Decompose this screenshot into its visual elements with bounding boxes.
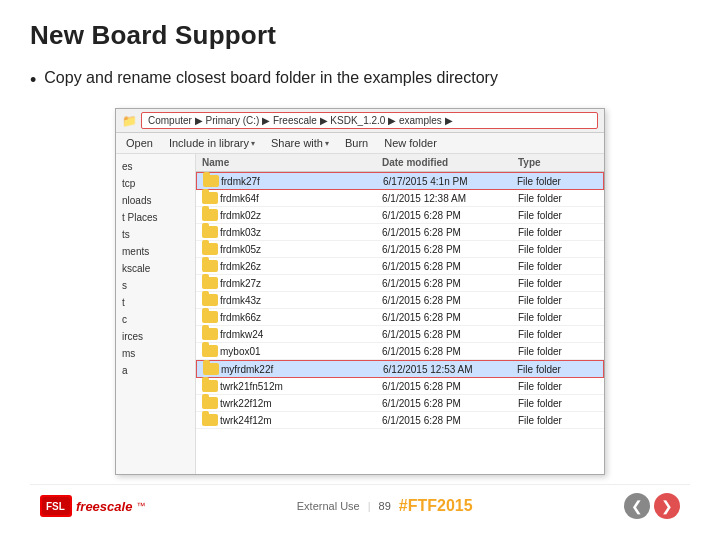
file-date: 6/1/2015 6:28 PM <box>382 415 518 426</box>
col-date: Date modified <box>382 157 518 168</box>
table-row[interactable]: twrk21fn512m 6/1/2015 6:28 PM File folde… <box>196 378 604 395</box>
sidebar-item[interactable]: ms <box>116 345 195 362</box>
external-use-label: External Use <box>297 500 360 512</box>
file-name-cell: frdmk26z <box>202 260 382 272</box>
file-name: frdmk03z <box>220 227 261 238</box>
folder-icon <box>202 226 218 238</box>
file-date: 6/1/2015 6:28 PM <box>382 312 518 323</box>
file-date: 6/1/2015 6:28 PM <box>382 278 518 289</box>
file-date: 6/1/2015 6:28 PM <box>382 398 518 409</box>
file-type: File folder <box>518 415 598 426</box>
file-name-cell: frdmk64f <box>202 192 382 204</box>
column-header: Name Date modified Type <box>196 154 604 172</box>
folder-icon <box>202 277 218 289</box>
fe-content: Name Date modified Type frdmk27f 6/17/20… <box>196 154 604 474</box>
file-type: File folder <box>518 261 598 272</box>
bullet-point: • Copy and rename closest board folder i… <box>30 69 690 92</box>
open-button[interactable]: Open <box>122 136 157 150</box>
table-row[interactable]: twrk22f12m 6/1/2015 6:28 PM File folder <box>196 395 604 412</box>
toolbar: Open Include in library ▾ Share with ▾ B… <box>116 133 604 154</box>
address-bar: 📁 Computer ▶ Primary (C:) ▶ Freescale ▶ … <box>116 109 604 133</box>
sidebar-item[interactable]: ments <box>116 243 195 260</box>
table-row[interactable]: frdmk03z 6/1/2015 6:28 PM File folder <box>196 224 604 241</box>
folder-icon <box>202 380 218 392</box>
file-date: 6/1/2015 6:28 PM <box>382 346 518 357</box>
file-name-cell: frdmk02z <box>202 209 382 221</box>
file-type: File folder <box>518 398 598 409</box>
table-row[interactable]: frdmk64f 6/1/2015 12:38 AM File folder <box>196 190 604 207</box>
sidebar-item[interactable]: tcp <box>116 175 195 192</box>
include-library-button[interactable]: Include in library ▾ <box>165 136 259 150</box>
next-button[interactable]: ❯ <box>654 493 680 519</box>
file-date: 6/17/2015 4:1n PM <box>383 176 517 187</box>
address-text: Computer ▶ Primary (C:) ▶ Freescale ▶ KS… <box>148 115 453 126</box>
file-name: frdmk43z <box>220 295 261 306</box>
file-name-cell: myfrdmk22f <box>203 363 383 375</box>
fe-sidebar: es tcp nloads t Places ts ments kscale s… <box>116 154 196 474</box>
file-date: 6/1/2015 6:28 PM <box>382 329 518 340</box>
sidebar-item[interactable]: a <box>116 362 195 379</box>
page-number: 89 <box>379 500 391 512</box>
table-row[interactable]: frdmk66z 6/1/2015 6:28 PM File folder <box>196 309 604 326</box>
folder-icon <box>202 397 218 409</box>
folder-icon <box>202 328 218 340</box>
table-row[interactable]: frdmk02z 6/1/2015 6:28 PM File folder <box>196 207 604 224</box>
file-name: frdmk05z <box>220 244 261 255</box>
file-type: File folder <box>518 295 598 306</box>
file-date: 6/1/2015 6:28 PM <box>382 244 518 255</box>
nav-arrows: ❮ ❯ <box>624 493 680 519</box>
slide-title: New Board Support <box>30 20 690 51</box>
folder-icon <box>202 311 218 323</box>
sidebar-item[interactable]: t Places <box>116 209 195 226</box>
file-type: File folder <box>518 227 598 238</box>
table-row[interactable]: frdmk43z 6/1/2015 6:28 PM File folder <box>196 292 604 309</box>
file-type: File folder <box>518 193 598 204</box>
file-name: twrk22f12m <box>220 398 272 409</box>
sidebar-item[interactable]: t <box>116 294 195 311</box>
sidebar-item[interactable]: nloads <box>116 192 195 209</box>
table-row[interactable]: frdmk27f 6/17/2015 4:1n PM File folder <box>196 172 604 190</box>
table-row[interactable]: frdmk05z 6/1/2015 6:28 PM File folder <box>196 241 604 258</box>
table-row[interactable]: frdmkw24 6/1/2015 6:28 PM File folder <box>196 326 604 343</box>
file-type: File folder <box>517 364 597 375</box>
file-name: frdmk64f <box>220 193 259 204</box>
sidebar-item[interactable]: es <box>116 158 195 175</box>
sidebar-item[interactable]: irces <box>116 328 195 345</box>
freescale-logo: FSL freescale ™ <box>40 495 145 517</box>
table-row[interactable]: mybox01 6/1/2015 6:28 PM File folder <box>196 343 604 360</box>
file-date: 6/1/2015 6:28 PM <box>382 210 518 221</box>
sidebar-item[interactable]: kscale <box>116 260 195 277</box>
file-name-cell: frdmk66z <box>202 311 382 323</box>
folder-icon <box>202 414 218 426</box>
logo-text: freescale <box>76 499 132 514</box>
file-name-cell: mybox01 <box>202 345 382 357</box>
table-row[interactable]: frdmk27z 6/1/2015 6:28 PM File folder <box>196 275 604 292</box>
file-name-cell: twrk24f12m <box>202 414 382 426</box>
file-name: frdmk66z <box>220 312 261 323</box>
table-row[interactable]: frdmk26z 6/1/2015 6:28 PM File folder <box>196 258 604 275</box>
file-date: 6/1/2015 6:28 PM <box>382 261 518 272</box>
table-row[interactable]: twrk24f12m 6/1/2015 6:28 PM File folder <box>196 412 604 429</box>
sidebar-item[interactable]: ts <box>116 226 195 243</box>
file-type: File folder <box>518 312 598 323</box>
address-path: Computer ▶ Primary (C:) ▶ Freescale ▶ KS… <box>141 112 598 129</box>
folder-icon <box>202 294 218 306</box>
col-name: Name <box>202 157 382 168</box>
table-row[interactable]: myfrdmk22f 6/12/2015 12:53 AM File folde… <box>196 360 604 378</box>
file-type: File folder <box>518 381 598 392</box>
file-name-cell: twrk22f12m <box>202 397 382 409</box>
bullet-dot: • <box>30 69 36 92</box>
file-name: myfrdmk22f <box>221 364 273 375</box>
share-with-button[interactable]: Share with ▾ <box>267 136 333 150</box>
file-explorer: 📁 Computer ▶ Primary (C:) ▶ Freescale ▶ … <box>115 108 605 475</box>
logo-icon: FSL <box>40 495 72 517</box>
new-folder-button[interactable]: New folder <box>380 136 441 150</box>
folder-icon <box>202 260 218 272</box>
file-date: 6/12/2015 12:53 AM <box>383 364 517 375</box>
bottom-bar: FSL freescale ™ External Use | 89 #FTF20… <box>30 484 690 525</box>
burn-button[interactable]: Burn <box>341 136 372 150</box>
sidebar-item[interactable]: s <box>116 277 195 294</box>
sidebar-item[interactable]: c <box>116 311 195 328</box>
prev-button[interactable]: ❮ <box>624 493 650 519</box>
file-type: File folder <box>517 176 597 187</box>
